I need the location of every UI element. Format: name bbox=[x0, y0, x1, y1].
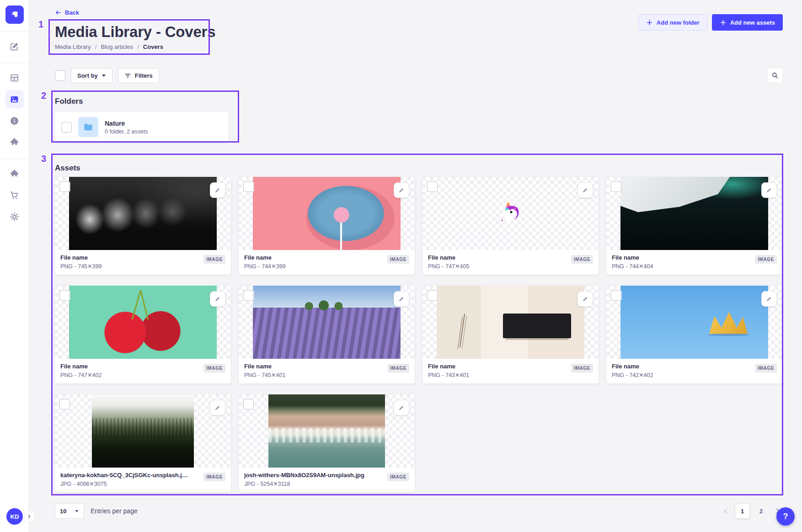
sidebar-item-content-manager[interactable] bbox=[5, 37, 24, 55]
search-button[interactable] bbox=[767, 68, 783, 83]
asset-card[interactable]: josh-withers-MBNx8O2S9AM-unsplash.jpg JP… bbox=[239, 394, 415, 492]
asset-card[interactable]: File name PNG - 743✕401 IMAGE bbox=[422, 286, 599, 383]
edit-asset-button[interactable] bbox=[761, 291, 777, 307]
asset-thumbnail bbox=[239, 394, 415, 468]
sidebar-item-content-type-builder[interactable] bbox=[5, 69, 24, 87]
edit-asset-button[interactable] bbox=[761, 182, 777, 198]
asset-thumbnail bbox=[55, 177, 231, 250]
asset-checkbox[interactable] bbox=[611, 181, 621, 192]
edit-asset-button[interactable] bbox=[394, 400, 409, 415]
add-new-folder-button[interactable]: Add new folder bbox=[638, 14, 707, 31]
iceberg-image bbox=[620, 177, 768, 250]
add-new-assets-button[interactable]: Add new assets bbox=[712, 14, 783, 31]
asset-thumbnail bbox=[239, 177, 415, 250]
select-all-checkbox[interactable] bbox=[55, 70, 65, 81]
sidebar-item-documentation[interactable] bbox=[5, 112, 24, 130]
asset-thumbnail bbox=[606, 177, 782, 250]
filters-label: Filters bbox=[135, 72, 153, 79]
edit-asset-button[interactable] bbox=[577, 182, 593, 198]
previous-page-button[interactable] bbox=[721, 506, 731, 516]
help-button[interactable]: ? bbox=[776, 507, 795, 526]
asset-card[interactable]: File name PNG - 747✕402 IMAGE bbox=[55, 286, 231, 383]
sidebar-expand-button[interactable] bbox=[24, 511, 35, 522]
asset-caption: File name PNG - 745✕399 IMAGE bbox=[55, 250, 231, 275]
folder-checkbox[interactable] bbox=[61, 122, 72, 133]
asset-checkbox[interactable] bbox=[243, 290, 254, 301]
asset-thumbnail bbox=[55, 286, 231, 359]
asset-thumbnail bbox=[239, 286, 415, 359]
folder-card-nature[interactable]: Nature 0 folder, 2 assets bbox=[55, 112, 229, 143]
breadcrumb: Media Library / Blog articles / Covers bbox=[55, 43, 783, 50]
sidebar-item-media-library[interactable] bbox=[5, 90, 24, 108]
info-icon bbox=[10, 116, 19, 126]
asset-checkbox[interactable] bbox=[427, 290, 438, 301]
sort-by-label: Sort by bbox=[77, 72, 98, 79]
edit-asset-button[interactable] bbox=[210, 400, 225, 415]
asset-meta: PNG - 743✕401 bbox=[428, 372, 469, 378]
edit-asset-button[interactable] bbox=[577, 291, 593, 307]
asset-checkbox[interactable] bbox=[243, 399, 254, 410]
sort-by-button[interactable]: Sort by bbox=[71, 68, 112, 83]
asset-card[interactable]: File name PNG - 744✕404 IMAGE bbox=[606, 177, 782, 275]
pencil-icon bbox=[214, 187, 221, 193]
asset-type-badge: IMAGE bbox=[387, 255, 409, 264]
asset-meta: PNG - 747✕402 bbox=[60, 372, 102, 378]
asset-type-badge: IMAGE bbox=[203, 473, 225, 481]
cherries-image bbox=[69, 286, 217, 359]
filters-button[interactable]: Filters bbox=[118, 68, 159, 83]
asset-type-badge: IMAGE bbox=[571, 255, 593, 264]
page-2-button[interactable]: 2 bbox=[754, 504, 768, 518]
avatar[interactable]: KD bbox=[6, 508, 23, 525]
asset-checkbox[interactable] bbox=[427, 181, 438, 192]
unicorn-emoji bbox=[497, 199, 525, 228]
asset-card[interactable]: File name PNG - 747✕405 IMAGE bbox=[422, 177, 599, 275]
pencil-icon bbox=[582, 187, 588, 193]
pencil-icon bbox=[766, 296, 772, 302]
pencil-icon bbox=[214, 404, 221, 411]
pencil-icon bbox=[398, 187, 405, 193]
caret-down-icon bbox=[102, 73, 106, 78]
sidebar-item-purchase[interactable] bbox=[5, 186, 24, 204]
asset-card[interactable]: File name PNG - 744✕399 IMAGE bbox=[239, 177, 415, 275]
asset-card[interactable]: File name PNG - 745✕401 IMAGE bbox=[239, 286, 415, 383]
asset-checkbox[interactable] bbox=[59, 399, 70, 410]
edit-asset-button[interactable] bbox=[394, 291, 409, 307]
asset-meta: PNG - 742✕402 bbox=[612, 372, 653, 378]
edit-asset-button[interactable] bbox=[394, 182, 409, 198]
asset-card[interactable]: File name PNG - 745✕399 IMAGE bbox=[55, 177, 231, 275]
breadcrumb-blog-articles[interactable]: Blog articles bbox=[101, 43, 133, 50]
strapi-logo[interactable] bbox=[5, 5, 24, 24]
divider bbox=[0, 63, 29, 63]
folders-heading: Folders bbox=[55, 97, 783, 106]
band-photo-image bbox=[69, 177, 217, 250]
edit-asset-button[interactable] bbox=[210, 182, 225, 198]
main-content: Back Media Library - Covers Media Librar… bbox=[29, 0, 802, 532]
asset-checkbox[interactable] bbox=[243, 181, 254, 192]
asset-checkbox[interactable] bbox=[59, 290, 70, 301]
sidebar-item-settings[interactable] bbox=[5, 207, 24, 226]
assets-grid: File name PNG - 745✕399 IMAGE File name … bbox=[55, 177, 782, 492]
folder-name: Nature bbox=[105, 120, 148, 127]
asset-caption: File name PNG - 747✕402 IMAGE bbox=[55, 359, 231, 383]
asset-caption: File name PNG - 744✕399 IMAGE bbox=[239, 250, 415, 275]
pencil-icon bbox=[766, 187, 772, 193]
sidebar-item-plugin[interactable] bbox=[5, 133, 24, 151]
asset-meta: JPG - 4096✕3075 bbox=[60, 480, 188, 487]
add-new-folder-label: Add new folder bbox=[657, 19, 700, 26]
entries-per-page-select[interactable]: 10 bbox=[55, 503, 84, 519]
asset-card[interactable]: kateryna-kokhan-5CQ_3CjSGKc-unsplash.jpg… bbox=[55, 394, 231, 492]
asset-caption: File name PNG - 747✕405 IMAGE bbox=[422, 250, 599, 275]
asset-card[interactable]: File name PNG - 742✕402 IMAGE bbox=[606, 286, 782, 383]
edit-asset-button[interactable] bbox=[210, 291, 225, 307]
breadcrumb-separator: / bbox=[137, 43, 139, 50]
sidebar-item-marketplace[interactable] bbox=[5, 165, 24, 183]
grid-icon bbox=[10, 73, 19, 83]
page-1-button[interactable]: 1 bbox=[735, 504, 749, 518]
back-link[interactable]: Back bbox=[55, 9, 79, 16]
page: KD Back Media Library - Covers Media Lib… bbox=[0, 0, 802, 532]
breadcrumb-media-library[interactable]: Media Library bbox=[55, 43, 91, 50]
asset-checkbox[interactable] bbox=[611, 290, 621, 301]
asset-thumbnail bbox=[422, 177, 599, 250]
asset-thumbnail bbox=[606, 286, 782, 359]
asset-checkbox[interactable] bbox=[59, 181, 70, 192]
